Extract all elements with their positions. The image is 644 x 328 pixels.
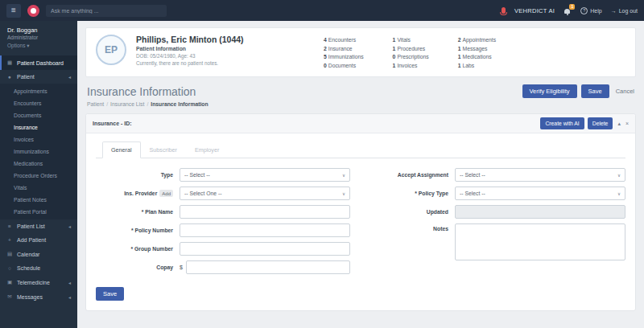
create-with-ai-button[interactable]: Create with AI [540,117,584,129]
stat-insurance: 2Insurance [324,45,364,54]
save-button-bottom[interactable]: Save [96,287,124,301]
panel-header: Insurance - ID: Create with AI Delete ▴ … [86,114,635,133]
sidebar-item-invoices[interactable]: Invoices [0,133,77,146]
verify-eligibility-button[interactable]: Verify Eligibility [522,84,577,98]
logout-button[interactable]: → Log out [611,8,638,14]
breadcrumb-patient[interactable]: Patient [87,101,104,107]
patient-submenu: Appointments Encounters Documents Insura… [0,84,77,219]
sidebar-item-patient-portal[interactable]: Patient Portal [0,206,77,218]
add-provider-button[interactable]: Add [159,190,173,197]
sidebar-item-patient-notes[interactable]: Patient Notes [0,194,77,206]
tab-subscriber[interactable]: Subscriber [141,141,186,158]
collapse-icon[interactable]: ▴ [617,121,621,127]
page-actions: Verify Eligibility Save Cancel [522,84,635,98]
user-info: Dr. Boggan Administrator Options ▾ [0,21,77,55]
chevron-icon: ◂ [68,74,71,80]
form-row-policy-type: * Policy Type -- Select -- ∨ [371,187,625,200]
sidebar-item-telemedicine[interactable]: ▣ Telemedicine ◂ [0,275,77,289]
chevron-down-icon: ∨ [617,173,621,178]
policy-type-select[interactable]: -- Select -- ∨ [455,187,625,200]
sidebar-item-patient[interactable]: ● Patient ◂ [0,70,77,84]
save-button-top[interactable]: Save [581,84,609,98]
options-dropdown[interactable]: Options ▾ [7,43,70,49]
policy-number-input[interactable] [180,223,350,237]
group-number-input[interactable] [180,242,350,256]
form-row-provider: Ins. Provider Add -- Select One -- ∨ [96,187,350,200]
stat-invoices: 1Invoices [393,62,429,71]
group-number-label: * Group Number [96,246,180,252]
sidebar-item-immunizations[interactable]: Immunizations [0,146,77,158]
telemedicine-icon: ▣ [6,279,13,285]
sidebar-item-medications[interactable]: Medications [0,158,77,170]
updated-label: Updated [371,209,455,215]
stats-column: 2Appointments 1Messages 1Medications 1La… [458,36,496,70]
form-row-type: Type -- Select -- ∨ [96,168,350,182]
type-select[interactable]: -- Select -- ∨ [180,168,350,182]
notes-label: Notes [371,223,455,232]
tab-general[interactable]: General [102,141,141,158]
panel-title: Insurance - ID: [93,121,132,126]
notes-textarea[interactable] [455,223,625,260]
sidebar-item-add-patient[interactable]: + Add Patient [0,233,77,247]
sidebar-item-patient-list[interactable]: ≡ Patient List ◂ [0,219,77,233]
accept-assignment-select[interactable]: -- Select -- ∨ [455,168,625,182]
policy-number-label: * Policy Number [96,228,180,233]
sidebar-item-label: Schedule [17,265,40,271]
currency-prefix: $ [180,264,183,270]
close-icon[interactable]: × [625,121,629,126]
stat-immunizations: 5Immunizations [324,53,364,62]
brand-logo[interactable] [27,5,39,17]
copay-input[interactable] [186,260,350,274]
stat-appointments: 2Appointments [458,36,496,45]
sidebar-item-patient-dashboard[interactable]: ▦ Patient Dashboard [0,55,77,70]
chevron-down-icon: ▾ [27,43,29,48]
form-row-plan-name: * Plan Name [96,205,350,219]
notification-badge: 1 [569,4,575,10]
sidebar-item-insurance[interactable]: Insurance [0,121,77,133]
breadcrumb-current: Insurance Information [151,101,208,107]
microphone-icon[interactable] [502,7,506,14]
stat-vitals: 1Vitals [393,36,429,45]
selected-value: -- Select -- [460,172,485,178]
sidebar-item-encounters[interactable]: Encounters [0,97,77,109]
form-row-group-number: * Group Number [96,242,350,256]
user-name: Dr. Boggan [7,27,70,34]
provider-select[interactable]: -- Select One -- ∨ [180,187,350,200]
sidebar-item-procedure-orders[interactable]: Procedure Orders [0,170,77,182]
updated-input [455,205,625,219]
search-input[interactable] [46,5,167,17]
form-row-updated: Updated [371,205,625,219]
menu-button[interactable]: ≡ [6,4,21,18]
sidebar-item-messages[interactable]: ✉ Messages ◂ [0,289,77,304]
sidebar-item-calendar[interactable]: ▤ Calendar [0,247,77,261]
copay-label: Copay [96,264,180,270]
plan-name-input[interactable] [180,205,350,219]
breadcrumb-separator: / [106,101,108,107]
sidebar-item-label: Patient Dashboard [17,60,64,66]
user-role: Administrator [7,35,70,40]
sidebar-item-label: Calendar [17,252,39,257]
sidebar-item-label: Patient List [17,223,45,229]
patient-name: Phillips, Eric Minton (1044) [136,35,285,44]
breadcrumb-insurance-list[interactable]: Insurance List [110,101,144,107]
sidebar-item-documents[interactable]: Documents [0,109,77,121]
sidebar-item-appointments[interactable]: Appointments [0,85,77,97]
notifications-button[interactable]: 1 [564,6,572,15]
patient-notes-text: Currently, there are no patient notes. [136,60,285,66]
avatar: EP [96,35,126,65]
stats-column: 4Encounters 2Insurance 5Immunizations 0D… [324,36,364,70]
stat-messages: 1Messages [458,45,496,54]
chevron-icon: ◂ [68,280,71,285]
patient-dob: DOB: 05/24/1980, Age: 43 [136,53,285,59]
page-title: Insurance Information [87,85,196,98]
tab-employer[interactable]: Employer [186,141,228,158]
help-button[interactable]: ? Help [580,7,601,14]
cancel-button[interactable]: Cancel [616,88,634,95]
form-column-right: Accept Assignment -- Select -- ∨ * Polic… [371,168,625,279]
sidebar-item-schedule[interactable]: ○ Schedule [0,261,77,275]
delete-button[interactable]: Delete [588,117,613,129]
sidebar-item-vitals[interactable]: Vitals [0,182,77,194]
form-row-copay: Copay $ [96,260,350,274]
main-content: EP Phillips, Eric Minton (1044) Patient … [77,21,644,328]
selected-value: -- Select -- [184,172,210,178]
